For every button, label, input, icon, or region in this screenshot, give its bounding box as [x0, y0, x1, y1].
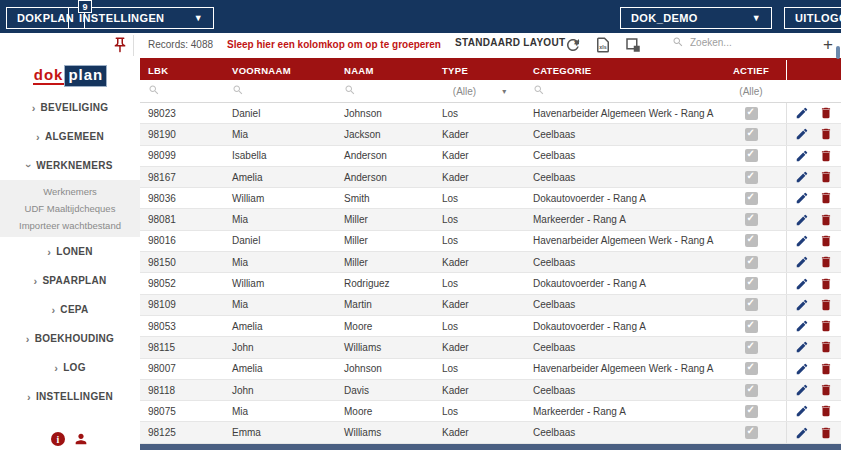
table-row[interactable]: 98118JohnDavisKaderCeelbaas	[140, 380, 841, 401]
cell-categorie: Havenarbeider Algemeen Werk - Rang A	[525, 363, 716, 374]
edit-icon[interactable]	[795, 234, 809, 248]
pin-icon[interactable]	[111, 36, 129, 54]
table-row[interactable]: 98099IsabellaAndersonKaderCeelbaas	[140, 146, 841, 167]
column-header-voornaam[interactable]: VOORNAAM	[224, 65, 336, 76]
delete-icon[interactable]	[819, 319, 833, 333]
cell-categorie: Havenarbeider Algemeen Werk - Rang A	[525, 108, 716, 119]
delete-icon[interactable]	[819, 106, 833, 120]
filter-type[interactable]: (Alle)▾	[434, 86, 525, 97]
table-row[interactable]: 98007AmeliaJohnsonLosHavenarbeider Algem…	[140, 359, 841, 380]
sidebar-item-werknemers[interactable]: ›WERKNEMERS	[0, 151, 140, 180]
export-xls-icon[interactable]: xls	[594, 36, 612, 54]
filter-lbk[interactable]	[140, 84, 224, 98]
sidebar-item-log[interactable]: ›LOG	[0, 353, 140, 382]
edit-icon[interactable]	[795, 340, 809, 354]
edit-icon[interactable]	[795, 106, 809, 120]
refresh-icon[interactable]	[564, 36, 582, 54]
delete-icon[interactable]	[819, 404, 833, 418]
sidebar-item-lonen[interactable]: ›LONEN	[0, 237, 140, 266]
edit-icon[interactable]	[795, 127, 809, 141]
column-header-categorie[interactable]: CATEGORIE	[525, 65, 716, 76]
vertical-scrollbar-thumb[interactable]	[836, 46, 840, 59]
cell-type: Los	[434, 193, 525, 204]
search-box	[672, 36, 800, 48]
edit-icon[interactable]	[795, 298, 809, 312]
sidebar-item-cepa[interactable]: ›CEPA	[0, 295, 140, 324]
delete-icon[interactable]	[819, 362, 833, 376]
edit-icon[interactable]	[795, 319, 809, 333]
delete-icon[interactable]	[819, 255, 833, 269]
cell-categorie: Dokautovoerder - Rang A	[525, 321, 716, 332]
sidebar-item-label: LOG	[63, 362, 86, 373]
cell-type: Kader	[434, 427, 525, 438]
sidebar-item-algemeen[interactable]: ›ALGEMEEN	[0, 122, 140, 151]
edit-icon[interactable]	[795, 277, 809, 291]
edit-icon[interactable]	[795, 191, 809, 205]
cell-voornaam: Amelia	[224, 363, 336, 374]
layout-dropdown[interactable]: STANDAARD LAYOUT ▼	[455, 37, 582, 48]
delete-icon[interactable]	[819, 383, 833, 397]
delete-icon[interactable]	[819, 170, 833, 184]
checkbox-checked-icon	[745, 192, 758, 205]
sidebar-subitem-udf-maaltijdcheques[interactable]: UDF Maaltijdcheques	[0, 200, 140, 217]
cell-voornaam: Mia	[224, 214, 336, 225]
sidebar-item-instellingen[interactable]: ›INSTELLINGEN	[0, 382, 140, 411]
copy-layout-icon[interactable]	[624, 36, 642, 54]
sidebar-item-spaarplan[interactable]: ›SPAARPLAN	[0, 266, 140, 295]
edit-icon[interactable]	[795, 426, 809, 440]
table-row[interactable]: 98190MiaJacksonKaderCeelbaas	[140, 124, 841, 145]
horizontal-scrollbar[interactable]	[140, 444, 841, 450]
table-row[interactable]: 98109MiaMartinKaderCeelbaas	[140, 295, 841, 316]
delete-icon[interactable]	[819, 127, 833, 141]
delete-icon[interactable]	[819, 191, 833, 205]
table-row[interactable]: 98125EmmaWilliamsKaderCeelbaas	[140, 422, 841, 443]
table-row[interactable]: 98115JohnWilliamsKaderCeelbaas	[140, 337, 841, 358]
delete-icon[interactable]	[819, 298, 833, 312]
delete-icon[interactable]	[819, 277, 833, 291]
search-input[interactable]	[690, 37, 800, 48]
filter-voornaam[interactable]	[224, 84, 336, 98]
column-header-lbk[interactable]: LBK	[140, 65, 224, 76]
info-icon[interactable]: i	[51, 432, 65, 446]
logout-button[interactable]: UITLOGGEN	[784, 7, 841, 29]
edit-icon[interactable]	[795, 362, 809, 376]
column-header-naam[interactable]: NAAM	[336, 65, 434, 76]
sidebar-subitem-importeer-wachtbestand[interactable]: Importeer wachtbestand	[0, 217, 140, 234]
table-row[interactable]: 98016DanielMillerLosHavenarbeider Algeme…	[140, 231, 841, 252]
edit-icon[interactable]	[795, 213, 809, 227]
edit-icon[interactable]	[795, 404, 809, 418]
sidebar-item-label: SPAARPLAN	[42, 275, 106, 286]
filter-actief[interactable]: (Alle)	[716, 86, 786, 97]
table-row[interactable]: 98167AmeliaAndersonKaderCeelbaas	[140, 167, 841, 188]
edit-icon[interactable]	[795, 255, 809, 269]
sidebar-item-beveiliging[interactable]: ›BEVEILIGING	[0, 93, 140, 122]
sidebar-submenu: WerknemersUDF MaaltijdchequesImporteer w…	[0, 180, 140, 237]
user-icon[interactable]	[73, 431, 89, 447]
table-row[interactable]: 98150MiaMillerKaderCeelbaas	[140, 252, 841, 273]
delete-icon[interactable]	[819, 149, 833, 163]
table-row[interactable]: 98081MiaMillerLosMarkeerder - Rang A	[140, 209, 841, 230]
delete-icon[interactable]	[819, 340, 833, 354]
edit-icon[interactable]	[795, 383, 809, 397]
sidebar-item-boekhouding[interactable]: ›BOEKHOUDING	[0, 324, 140, 353]
cell-actions	[786, 359, 841, 379]
table-row[interactable]: 98052WilliamRodriguezLosDokautovoerder -…	[140, 273, 841, 294]
filter-categorie[interactable]	[525, 84, 716, 98]
database-select[interactable]: DOK_DEMO ▼	[620, 7, 772, 29]
edit-icon[interactable]	[795, 170, 809, 184]
cell-categorie: Ceelbaas	[525, 385, 716, 396]
table-row[interactable]: 98036WilliamSmithLosDokautovoerder - Ran…	[140, 188, 841, 209]
cell-lbk: 98036	[140, 193, 224, 204]
column-header-actief[interactable]: ACTIEF	[716, 65, 786, 76]
table-row[interactable]: 98075MiaMooreLosMarkeerder - Rang A	[140, 401, 841, 422]
delete-icon[interactable]	[819, 213, 833, 227]
table-row[interactable]: 98053AmeliaMooreLosDokautovoerder - Rang…	[140, 316, 841, 337]
column-header-type[interactable]: TYPE	[434, 65, 525, 76]
delete-icon[interactable]	[819, 234, 833, 248]
sidebar-subitem-werknemers[interactable]: Werknemers	[0, 183, 140, 200]
add-record-button[interactable]: +	[818, 35, 838, 55]
table-row[interactable]: 98023DanielJohnsonLosHavenarbeider Algem…	[140, 103, 841, 124]
filter-naam[interactable]	[336, 84, 434, 98]
delete-icon[interactable]	[819, 426, 833, 440]
edit-icon[interactable]	[795, 149, 809, 163]
